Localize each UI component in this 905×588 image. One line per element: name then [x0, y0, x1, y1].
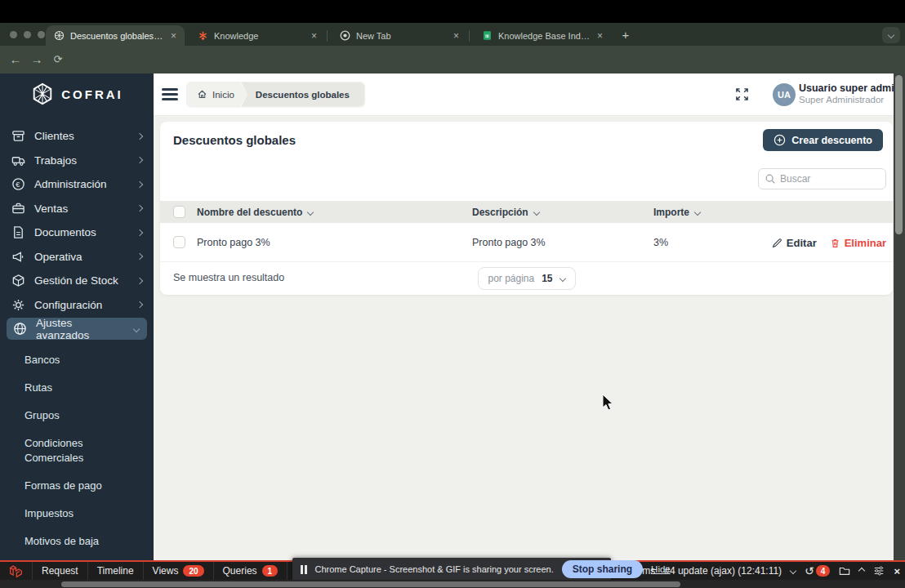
- sidebar-item-administracion[interactable]: € Administración: [0, 172, 154, 197]
- sidebar-subitem-rutas[interactable]: Rutas: [0, 374, 154, 402]
- user-avatar[interactable]: UA: [773, 83, 796, 106]
- browser-toolbar: ← → ⟳ test.dev.cofrai.com/discounts G ☆ …: [0, 46, 905, 74]
- sidebar-item-documentos[interactable]: Documentos: [0, 220, 154, 245]
- close-tab-icon[interactable]: ×: [452, 30, 461, 42]
- sidebar-subitem-impuestos[interactable]: Impuestos: [0, 500, 154, 528]
- zoom-window-button[interactable]: [38, 31, 45, 38]
- plus-circle-icon: [773, 134, 786, 146]
- views-badge: 20: [183, 565, 203, 577]
- debugbar-tab-request[interactable]: Request: [33, 562, 88, 580]
- column-header-importe[interactable]: Importe: [653, 207, 700, 218]
- window-controls[interactable]: [10, 31, 45, 38]
- tab-search-button[interactable]: [882, 27, 900, 43]
- column-header-nombre[interactable]: Nombre del descuento: [197, 207, 313, 218]
- column-header-descripcion[interactable]: Descripción: [472, 207, 539, 218]
- fullscreen-icon[interactable]: [735, 87, 749, 101]
- delete-button[interactable]: Eliminar: [830, 237, 886, 249]
- edit-button[interactable]: Editar: [772, 237, 817, 249]
- sidebar-item-ajustes-avanzados[interactable]: Ajustes avanzados: [7, 318, 147, 340]
- vertical-scrollbar[interactable]: [894, 74, 905, 560]
- chevron-right-icon: [136, 229, 143, 236]
- chevron-right-icon: [136, 205, 143, 212]
- chevron-down-icon[interactable]: [790, 568, 796, 574]
- queries-badge: 1: [262, 565, 279, 577]
- create-discount-button[interactable]: Crear descuento: [763, 129, 883, 151]
- search-icon: [765, 173, 776, 185]
- horizontal-scrollbar[interactable]: [0, 580, 905, 588]
- cell-amount: 3%: [653, 237, 668, 248]
- tab-title: Knowledge Base Index - Hoja: [498, 31, 590, 41]
- discounts-card: Descuentos globales Crear descuento Nomb…: [160, 122, 893, 295]
- chevron-down-icon: [559, 275, 565, 282]
- sheets-favicon-icon: [482, 30, 493, 41]
- new-tab-button[interactable]: +: [619, 29, 632, 42]
- debugbar-tab-timeline[interactable]: Timeline: [88, 562, 144, 580]
- close-tab-icon[interactable]: ×: [169, 30, 178, 42]
- browser-tab-bar: Descuentos globales - Cofrai × Knowledge…: [0, 23, 905, 46]
- sidebar: COFRAI Clientes Trabajos € Administració…: [0, 74, 154, 560]
- sidebar-item-gestion-de-stock[interactable]: Gestión de Stock: [0, 269, 154, 293]
- chevron-right-icon: [136, 181, 143, 188]
- tab-title: Descuentos globales - Cofrai: [70, 31, 163, 41]
- stop-sharing-button[interactable]: Stop sharing: [562, 560, 643, 578]
- chevron-right-icon: [136, 278, 143, 284]
- screen: Descuentos globales - Cofrai × Knowledge…: [0, 0, 905, 588]
- sidebar-subitem-motivos-de-baja[interactable]: Motivos de baja: [0, 528, 154, 555]
- breadcrumb-current[interactable]: Descuentos globales: [241, 82, 364, 107]
- pagination: Se muestra un resultado por página 15: [160, 262, 893, 295]
- forward-button[interactable]: →: [29, 52, 44, 67]
- tab-new-tab[interactable]: New Tab ×: [332, 25, 467, 46]
- per-page-dropdown[interactable]: por página 15: [477, 267, 575, 290]
- tab-knowledge[interactable]: Knowledge ×: [189, 25, 325, 46]
- breadcrumb-home[interactable]: Inicio: [187, 82, 247, 107]
- close-tab-icon[interactable]: ×: [310, 30, 319, 42]
- hubspot-favicon-icon: [198, 30, 208, 41]
- sidebar-item-configuracion[interactable]: Configuración: [0, 293, 154, 318]
- search-input[interactable]: [758, 168, 886, 189]
- pause-icon: [301, 565, 307, 574]
- reload-button[interactable]: ⟳: [51, 52, 65, 67]
- history-button[interactable]: ↺ 4: [805, 564, 830, 577]
- close-tab-icon[interactable]: ×: [595, 30, 604, 42]
- debugbar-tab-queries[interactable]: Queries1: [214, 562, 288, 580]
- chevron-right-icon: [136, 301, 143, 308]
- settings-sliders-icon[interactable]: [873, 565, 885, 577]
- hamburger-menu-icon[interactable]: [162, 88, 178, 100]
- chevron-right-icon: [136, 253, 143, 260]
- sidebar-subitem-grupos[interactable]: Grupos: [0, 402, 154, 430]
- chevron-right-icon: [136, 133, 143, 140]
- vertical-scrollbar-thumb[interactable]: [895, 75, 903, 234]
- table-row[interactable]: Pronto pago 3% Pronto pago 3% 3% Editar …: [160, 223, 893, 262]
- tab-knowledge-base-index[interactable]: Knowledge Base Index - Hoja ×: [474, 25, 611, 46]
- horizontal-scrollbar-thumb[interactable]: [61, 581, 680, 587]
- back-button[interactable]: ←: [8, 52, 23, 67]
- gear-icon: [11, 298, 25, 312]
- sidebar-subitem-formas-de-pago[interactable]: Formas de pago: [0, 472, 154, 500]
- page-title: Descuentos globales: [173, 133, 296, 147]
- app-logo[interactable]: COFRAI: [0, 82, 154, 106]
- home-icon: [197, 89, 207, 100]
- hide-banner-link[interactable]: Hide: [651, 564, 671, 574]
- debugbar-tab-views[interactable]: Views20: [144, 562, 214, 580]
- close-debugbar-icon[interactable]: ×: [894, 565, 900, 577]
- close-window-button[interactable]: [10, 31, 17, 38]
- row-checkbox[interactable]: [173, 236, 185, 248]
- sidebar-item-trabajos[interactable]: Trabajos: [0, 149, 154, 173]
- sidebar-subitem-condiciones-comerciales[interactable]: Condiciones Comerciales: [0, 430, 106, 472]
- sidebar-item-ventas[interactable]: Ventas: [0, 197, 154, 221]
- minimize-window-button[interactable]: [24, 31, 31, 38]
- sort-icon: [694, 208, 701, 215]
- tab-descuentos-globales[interactable]: Descuentos globales - Cofrai ×: [46, 25, 185, 46]
- sidebar-item-operativa[interactable]: Operativa: [0, 245, 154, 270]
- request-label[interactable]: #4 update (ajax) (12:41:11): [664, 565, 782, 577]
- sort-icon: [307, 208, 314, 215]
- select-all-checkbox[interactable]: [173, 206, 185, 218]
- folder-icon[interactable]: [839, 565, 850, 577]
- sidebar-item-clientes[interactable]: Clientes: [0, 124, 154, 149]
- laravel-icon: [9, 564, 23, 578]
- chevron-up-icon[interactable]: [858, 568, 865, 574]
- breadcrumb: Inicio Descuentos globales: [186, 82, 365, 107]
- briefcase-icon: [11, 202, 25, 216]
- share-banner-text: Chrome Capture - Screenshot & GIF is sha…: [315, 564, 554, 574]
- sidebar-subitem-bancos[interactable]: Bancos: [0, 346, 154, 374]
